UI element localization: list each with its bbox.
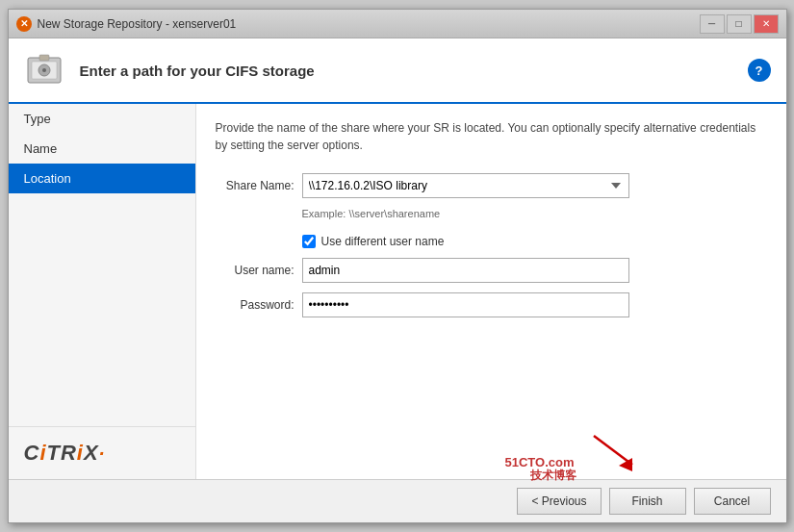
citrix-logo: CiTRiX· <box>24 441 180 466</box>
dialog-footer: 51CTO.com 技术博客 < Previous Finish Cancel <box>9 479 786 522</box>
svg-rect-4 <box>39 55 49 61</box>
dialog-header: Enter a path for your CIFS storage ? <box>9 38 786 104</box>
password-row: Password: <box>216 292 767 317</box>
window-icon: ✕ <box>16 16 32 32</box>
cancel-button[interactable]: Cancel <box>694 488 771 515</box>
sidebar-footer: CiTRiX· <box>9 426 195 479</box>
share-name-row: Share Name: \\172.16.0.2\ISO library <box>216 173 767 198</box>
svg-point-3 <box>42 68 46 72</box>
content-area: Provide the name of the share where your… <box>196 104 786 479</box>
username-input[interactable] <box>302 258 629 283</box>
close-button[interactable]: ✕ <box>754 14 779 34</box>
help-button[interactable]: ? <box>748 59 771 82</box>
username-label: User name: <box>216 264 302 277</box>
finish-button[interactable]: Finish <box>609 488 686 515</box>
header-title: Enter a path for your CIFS storage <box>80 63 315 79</box>
share-name-label: Share Name: <box>216 179 302 192</box>
storage-icon <box>24 50 64 90</box>
sidebar-item-type[interactable]: Type <box>9 104 195 134</box>
sidebar: Type Name Location CiTRiX· <box>9 104 196 479</box>
title-bar: ✕ New Storage Repository - xenserver01 ─… <box>9 10 786 38</box>
share-name-control: \\172.16.0.2\ISO library <box>302 173 629 198</box>
use-different-username-label[interactable]: Use different user name <box>321 235 445 248</box>
use-different-username-checkbox[interactable] <box>302 235 316 248</box>
window-title: New Storage Repository - xenserver01 <box>38 17 237 31</box>
previous-button[interactable]: < Previous <box>517 488 601 515</box>
password-label: Password: <box>216 298 302 312</box>
description-text: Provide the name of the share where your… <box>216 119 767 154</box>
password-input[interactable] <box>302 292 629 317</box>
dialog-body: Type Name Location CiTRiX· Provide the n… <box>9 104 786 479</box>
minimize-button[interactable]: ─ <box>700 14 725 34</box>
title-controls: ─ □ ✕ <box>700 14 779 34</box>
maximize-button[interactable]: □ <box>727 14 752 34</box>
title-bar-left: ✕ New Storage Repository - xenserver01 <box>16 16 237 32</box>
use-different-username-row: Use different user name <box>302 235 767 248</box>
sidebar-nav: Type Name Location <box>9 104 195 426</box>
sidebar-item-name[interactable]: Name <box>9 134 195 164</box>
share-name-select[interactable]: \\172.16.0.2\ISO library <box>302 173 629 198</box>
share-name-example: Example: \\server\sharename <box>302 208 767 219</box>
main-window: ✕ New Storage Repository - xenserver01 ─… <box>8 9 787 523</box>
sidebar-item-location[interactable]: Location <box>9 164 195 193</box>
username-row: User name: <box>216 258 767 283</box>
